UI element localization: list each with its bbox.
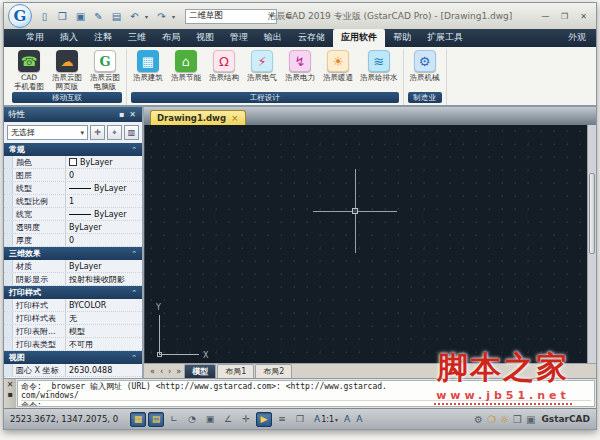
polar-toggle[interactable]: ◔ xyxy=(184,412,200,427)
annotation-visibility-toggle[interactable]: A xyxy=(344,414,350,424)
new-icon[interactable]: ▯ xyxy=(37,9,52,24)
open-icon[interactable]: ❒ xyxy=(55,9,70,24)
toggle-pickadd-button[interactable]: ✛ xyxy=(90,125,105,140)
next-layout-icon[interactable]: › xyxy=(166,367,173,376)
haochen-architecture-button[interactable]: ▦ 浩辰建筑 xyxy=(129,49,167,82)
workspace-dropdown[interactable]: 二维草图 ▾ xyxy=(185,9,277,24)
tab-model[interactable]: 模型 xyxy=(184,364,216,378)
annotation-scale-control[interactable]: A 1:1 ▾ xyxy=(314,414,338,424)
property-row-plot-style[interactable]: 打印样式 BYCOLOR xyxy=(4,299,142,312)
osnap-toggle[interactable]: ▣ xyxy=(202,412,218,427)
tab-insert[interactable]: 插入 xyxy=(52,29,86,47)
tab-annotate[interactable]: 注释 xyxy=(86,29,120,47)
property-row-lineweight[interactable]: 线宽 ByLayer xyxy=(4,208,142,221)
dyn-toggle[interactable]: ▶ xyxy=(256,412,272,427)
tpy-toggle[interactable]: ❐ xyxy=(292,412,308,427)
redo-dropdown-icon[interactable]: ▾ xyxy=(172,13,178,20)
tab-appearance[interactable]: 外观 xyxy=(564,29,590,47)
tab-help[interactable]: 帮助 xyxy=(385,29,419,47)
haochen-mechanical-button[interactable]: ⚙ 浩辰机械 xyxy=(406,49,444,82)
settings-gear-icon[interactable]: ⚙ xyxy=(474,414,483,425)
save-as-icon[interactable]: ✎ xyxy=(91,9,106,24)
command-history[interactable]: 命令: _browser 输入网址 (URL) <http://www.gsta… xyxy=(17,380,595,407)
close-button[interactable]: ✕ xyxy=(575,9,592,23)
prev-layout-icon[interactable]: ‹ xyxy=(158,367,165,376)
last-layout-icon[interactable]: » xyxy=(174,367,183,376)
clean-screen-icon[interactable]: ❒ xyxy=(513,414,522,425)
drawing-tab[interactable]: Drawing1.dwg × xyxy=(150,110,246,125)
property-row-material[interactable]: 材质 ByLayer xyxy=(4,260,142,273)
select-objects-button[interactable]: ⌖ xyxy=(107,125,122,140)
ortho-toggle[interactable]: ∟ xyxy=(166,412,182,427)
lwt-toggle[interactable]: ≡ xyxy=(274,412,290,427)
lamp-icon[interactable]: ☼ xyxy=(500,414,509,425)
property-row-layer[interactable]: 图层 0 xyxy=(4,169,142,182)
group-label-engineering[interactable]: 工程设计 xyxy=(131,92,399,103)
property-row-shadow[interactable]: 阴影显示 投射和接收阴影 xyxy=(4,273,142,286)
tab-view[interactable]: 视图 xyxy=(188,29,222,47)
save-icon[interactable]: ▣ xyxy=(73,9,88,24)
property-row-center-x[interactable]: 圆心 X 坐标 2630.0488 xyxy=(4,364,142,377)
haochen-electrical-button[interactable]: ⚡ 浩辰电气 xyxy=(243,49,281,82)
pin-icon[interactable]: ▪ xyxy=(7,391,12,399)
tab-output[interactable]: 输出 xyxy=(256,29,290,47)
property-row-plot-attach[interactable]: 打印表附... 模型 xyxy=(4,325,142,338)
tab-layout[interactable]: 布局 xyxy=(154,29,188,47)
section-plot-style[interactable]: 打印样式 ⌃ xyxy=(4,286,142,299)
section-general[interactable]: 常规 ⌃ xyxy=(4,143,142,156)
property-row-plot-table[interactable]: 打印样式表 无 xyxy=(4,312,142,325)
haochen-energy-button[interactable]: ⌂ 浩辰节能 xyxy=(167,49,205,82)
property-row-transparency[interactable]: 透明度 ByLayer xyxy=(4,221,142,234)
app-logo-icon[interactable]: G xyxy=(8,4,32,28)
undo-dropdown-icon[interactable]: ▾ xyxy=(145,13,151,20)
quick-select-button[interactable]: ▥ xyxy=(124,125,139,140)
otrack-toggle[interactable]: ∠ xyxy=(220,412,236,427)
drawing-canvas[interactable]: X Y xyxy=(144,125,596,363)
section-view[interactable]: 视图 ⌃ xyxy=(4,351,142,364)
minimize-button[interactable]: — xyxy=(537,9,554,23)
haochen-plumbing-button[interactable]: ≋ 浩辰给排水 xyxy=(357,49,401,82)
property-row-linetype-scale[interactable]: 线型比例 1 xyxy=(4,195,142,208)
toolbar-overflow-icon[interactable]: ≡ xyxy=(285,11,293,21)
property-row-color[interactable]: 颜色 ByLayer xyxy=(4,156,142,169)
tab-express-tools[interactable]: 扩展工具 xyxy=(419,29,471,47)
fullscreen-icon[interactable]: ▣ xyxy=(526,414,535,425)
tab-manage[interactable]: 管理 xyxy=(222,29,256,47)
command-prompt[interactable]: 命令: xyxy=(21,400,591,407)
redo-icon[interactable]: ↷ xyxy=(154,9,169,24)
haochen-power-button[interactable]: ↯ 浩辰电力 xyxy=(281,49,319,82)
print-icon[interactable]: ▤ xyxy=(109,9,124,24)
maximize-button[interactable]: ❐ xyxy=(556,9,573,23)
chevron-down-icon: ▾ xyxy=(80,129,84,137)
group-label-mobile[interactable]: 移动互联 xyxy=(12,92,122,103)
tab-layout1[interactable]: 布局1 xyxy=(217,364,254,378)
close-icon[interactable]: ✕ xyxy=(127,110,138,119)
cloud-desktop-button[interactable]: G 浩辰云图 电脑版 xyxy=(86,49,124,91)
group-label-manufacturing[interactable]: 制造业 xyxy=(408,92,442,103)
cad-mobile-viewer-button[interactable]: ☎ CAD 手机看图 xyxy=(10,49,48,91)
haochen-hvac-button[interactable]: ☀ 浩辰暖通 xyxy=(319,49,357,82)
tab-applications[interactable]: 应用软件 xyxy=(333,29,385,47)
property-row-thickness[interactable]: 厚度 0 xyxy=(4,234,142,247)
unlock-icon[interactable]: ❍ xyxy=(487,414,496,425)
tab-3d[interactable]: 三维 xyxy=(120,29,154,47)
property-row-plot-type[interactable]: 打印表类型 不可用 xyxy=(4,338,142,351)
tab-common[interactable]: 常用 xyxy=(18,29,52,47)
vertical-scrollbar[interactable] xyxy=(587,125,596,363)
annotation-autoscale-toggle[interactable]: A xyxy=(356,414,362,424)
close-icon[interactable]: × xyxy=(231,113,239,123)
ducs-toggle[interactable]: ✛ xyxy=(238,412,254,427)
undo-icon[interactable]: ↶ xyxy=(127,9,142,24)
pin-icon[interactable]: ▪ xyxy=(116,110,127,119)
property-row-linetype[interactable]: 线型 ByLayer xyxy=(4,182,142,195)
tab-layout2[interactable]: 布局2 xyxy=(255,364,292,378)
haochen-structure-button[interactable]: Ω 浩辰结构 xyxy=(205,49,243,82)
close-icon[interactable]: ✕ xyxy=(7,381,14,389)
section-3d-effects[interactable]: 三维效果 ⌃ xyxy=(4,247,142,260)
tab-cloud[interactable]: 云存储 xyxy=(290,29,333,47)
snap-toggle[interactable]: ▦ xyxy=(130,412,146,427)
grid-toggle[interactable]: ▤ xyxy=(148,412,164,427)
selection-dropdown[interactable]: 无选择 ▾ xyxy=(7,125,88,140)
cloud-web-button[interactable]: ☁ 浩辰云图 网页版 xyxy=(48,49,86,91)
first-layout-icon[interactable]: « xyxy=(148,367,157,376)
